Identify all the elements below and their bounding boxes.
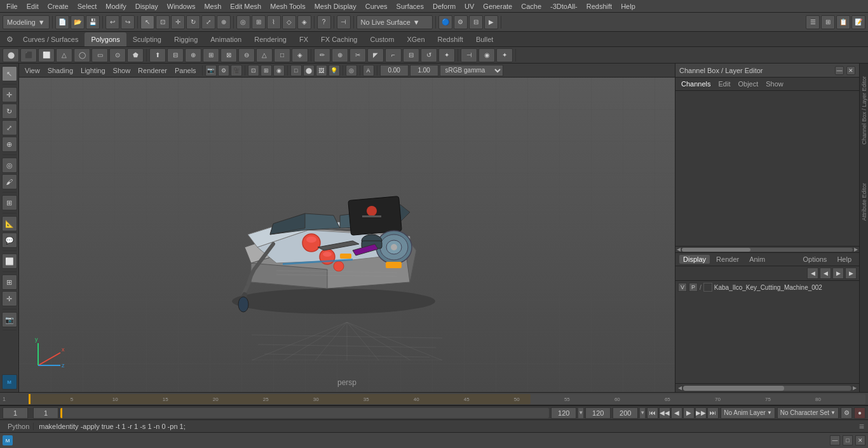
isolate-btn[interactable]: ⊡ (248, 65, 259, 76)
menu-item-surfaces[interactable]: Surfaces (393, 1, 428, 11)
range-end-field[interactable] (551, 407, 576, 419)
bridge-tool[interactable]: ⊟ (167, 48, 184, 62)
rotate-tool-left[interactable]: ↻ (2, 104, 17, 119)
cb-tab-channels[interactable]: Channels (679, 79, 712, 88)
boolean-tool[interactable]: ⊖ (238, 48, 255, 62)
le-help-menu[interactable]: Help (833, 255, 855, 264)
tab-xgen[interactable]: XGen (400, 32, 431, 46)
step-fwd-btn[interactable]: ▶▶ (695, 407, 707, 419)
tab-sculpting[interactable]: Sculpting (126, 32, 168, 46)
menu-item-create[interactable]: Create (44, 1, 72, 11)
xray-btn[interactable]: ◎ (346, 65, 357, 76)
render-region-button[interactable]: ⊟ (469, 15, 483, 29)
tab-custom[interactable]: Custom (364, 32, 401, 46)
append-tool[interactable]: ⊕ (332, 48, 348, 62)
undo-button[interactable]: ↩ (105, 15, 119, 29)
menu-item-mesh-tools[interactable]: Mesh Tools (266, 1, 309, 11)
save-file-button[interactable]: 💾 (86, 15, 100, 29)
total-frames-arrow[interactable]: ▼ (640, 408, 645, 418)
extrude-tool[interactable]: ⬆ (149, 48, 166, 62)
mirror-tool[interactable]: ⊣ (461, 48, 477, 62)
timeline-track[interactable]: 5 10 15 20 25 30 35 40 45 50 55 60 65 70… (29, 394, 865, 404)
le-scroll-left2-btn[interactable]: ◀ (820, 268, 831, 279)
layer-p-label[interactable]: P (689, 283, 698, 292)
transform-tool-button[interactable]: ⊕ (217, 15, 231, 29)
camera-left[interactable]: 📷 (2, 312, 17, 327)
tab-fx[interactable]: FX (293, 32, 315, 46)
wireframe-btn[interactable]: □ (290, 65, 302, 76)
ipr-button[interactable]: ▶ (484, 15, 498, 29)
frame-all-btn[interactable]: ⊞ (261, 65, 272, 76)
region-select-left[interactable]: ⬜ (2, 254, 17, 269)
menu-item-mesh-display[interactable]: Mesh Display (311, 1, 360, 11)
menu-item-mesh[interactable]: Mesh (200, 1, 225, 11)
cone-tool[interactable]: △ (56, 48, 72, 62)
tab-bullet[interactable]: Bullet (470, 32, 500, 46)
range-start-field[interactable] (33, 407, 58, 419)
total-frames-field[interactable] (613, 407, 638, 419)
wedge-tool[interactable]: ◤ (367, 48, 384, 62)
colorspace-select[interactable]: sRGB gamma (440, 65, 503, 76)
mode-dropdown[interactable]: Modeling ▼ (3, 15, 50, 29)
cb-scroll-right[interactable]: ▶ (854, 247, 858, 252)
new-file-button[interactable]: 📄 (55, 15, 69, 29)
channel-box-scroll-track[interactable] (682, 248, 853, 252)
channel-box-minimize[interactable]: — (835, 66, 844, 75)
lasso-tool-button[interactable]: ⊡ (156, 15, 170, 29)
smooth-btn[interactable]: ⬤ (303, 65, 315, 76)
current-frame-field[interactable] (3, 407, 28, 419)
merge-tool[interactable]: ⊕ (185, 48, 201, 62)
combine-tool[interactable]: ⊞ (203, 48, 219, 62)
menu-item-generate[interactable]: Generate (479, 1, 516, 11)
tab-rigging[interactable]: Rigging (168, 32, 204, 46)
bevel-tool[interactable]: ⌐ (385, 48, 402, 62)
soft-select-left[interactable]: ◎ (2, 158, 17, 173)
menu-item-edit[interactable]: Edit (23, 1, 43, 11)
spin-edge-tool[interactable]: ↺ (421, 48, 437, 62)
symmetry-button[interactable]: ⊣ (337, 15, 351, 29)
char-set-dropdown[interactable]: No Character Set ▼ (777, 407, 839, 419)
camera-settings-btn[interactable]: ⚙ (218, 65, 229, 76)
show-menu[interactable]: Show (110, 66, 134, 75)
lighting-menu[interactable]: Lighting (78, 66, 109, 75)
menu-item-file[interactable]: File (3, 1, 22, 11)
window-restore-btn[interactable]: □ (843, 435, 853, 445)
menu-item-windows[interactable]: Windows (163, 1, 200, 11)
torus-tool[interactable]: ◯ (74, 48, 90, 62)
light-btn[interactable]: 💡 (329, 65, 340, 76)
draw-tool[interactable]: ✏ (314, 48, 330, 62)
skip-to-end-btn[interactable]: ⏭ (707, 407, 719, 419)
cb-scroll-left[interactable]: ◀ (677, 247, 681, 252)
window-minimize-btn[interactable]: — (830, 435, 840, 445)
cut-tool[interactable]: ✂ (349, 48, 366, 62)
le-tab-display[interactable]: Display (679, 255, 710, 264)
live-surface-dropdown[interactable]: No Live Surface ▼ (356, 15, 433, 29)
camera-rig-btn[interactable]: 🎥 (231, 65, 242, 76)
smooth-tool[interactable]: ◉ (478, 48, 495, 62)
le-tab-anim[interactable]: Anim (745, 255, 769, 264)
timeline-scrubber[interactable] (60, 408, 549, 418)
cam-num2-field[interactable] (410, 65, 438, 76)
menu-item-help[interactable]: Help (617, 1, 639, 11)
scale-tool-button[interactable]: ⤢ (201, 15, 215, 29)
fill-hole-tool[interactable]: ◈ (292, 48, 308, 62)
skip-to-start-btn[interactable]: ⏮ (647, 407, 658, 419)
texture-btn[interactable]: 🖼 (316, 65, 327, 76)
tab-redshift[interactable]: Redshift (431, 32, 470, 46)
snap-surface-button[interactable]: ◈ (297, 15, 311, 29)
layer-color-swatch[interactable] (703, 283, 712, 292)
snap-grid-button[interactable]: ⊞ (252, 15, 266, 29)
snap-point-button[interactable]: ◇ (282, 15, 296, 29)
menu-item-deform[interactable]: Deform (429, 1, 459, 11)
ui-elements-button[interactable]: ☰ (806, 15, 820, 29)
window-close-btn[interactable]: ✕ (855, 435, 865, 445)
plane-tool[interactable]: ▭ (92, 48, 108, 62)
shading-menu[interactable]: Shading (44, 66, 76, 75)
cross-left[interactable]: ✛ (2, 291, 17, 306)
move-tool-button[interactable]: ✛ (171, 15, 185, 29)
cb-tab-show[interactable]: Show (764, 79, 785, 88)
render-settings-button[interactable]: ⚙ (454, 15, 468, 29)
le-options-menu[interactable]: Options (799, 255, 831, 264)
anim-auto-key-btn[interactable]: ● (854, 407, 865, 419)
triangulate-tool[interactable]: △ (256, 48, 273, 62)
